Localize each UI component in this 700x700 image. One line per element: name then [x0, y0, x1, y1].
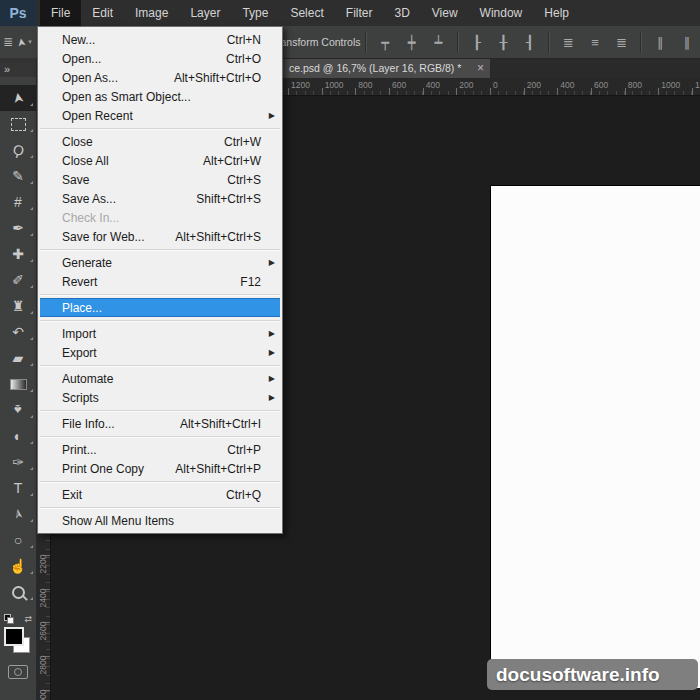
- menu-item-print-one-copy[interactable]: Print One CopyAlt+Shift+Ctrl+P: [38, 459, 282, 478]
- type-tool[interactable]: T: [0, 475, 36, 501]
- ruler-label: 400: [426, 80, 440, 90]
- ruler-label: 200: [527, 80, 541, 90]
- align-top-edges-icon[interactable]: ┯: [374, 32, 397, 52]
- gradient-tool[interactable]: [0, 371, 36, 397]
- ruler-label: 1000: [325, 80, 344, 90]
- ruler-tick: [658, 88, 659, 95]
- ellipse-tool[interactable]: ○: [0, 527, 36, 553]
- menu-item-place[interactable]: Place...: [40, 298, 280, 317]
- menubar-item-type[interactable]: Type: [231, 0, 279, 26]
- ruler-tick: [625, 88, 626, 95]
- blur-tool-icon: ♠: [14, 403, 21, 417]
- align-right-edges-icon[interactable]: ┨: [519, 32, 542, 52]
- menu-item-revert[interactable]: RevertF12: [38, 272, 282, 291]
- dodge-tool[interactable]: ◐: [0, 423, 36, 449]
- ruler-label: 1200: [291, 80, 310, 90]
- eyedropper-tool[interactable]: ✒: [0, 215, 36, 241]
- menu-item-show-all-menu-items[interactable]: Show All Menu Items: [38, 511, 282, 530]
- brush-tool[interactable]: ✐: [0, 267, 36, 293]
- menubar-item-window[interactable]: Window: [469, 0, 534, 26]
- menu-item-label: Exit: [62, 488, 226, 502]
- distribute-vertical-centers-icon[interactable]: ≡: [584, 32, 607, 52]
- menu-item-label: Open As...: [62, 71, 174, 85]
- menu-item-shortcut: Alt+Shift+Ctrl+P: [175, 462, 261, 476]
- menubar-item-edit[interactable]: Edit: [81, 0, 124, 26]
- default-colors-icon[interactable]: [4, 614, 14, 624]
- menu-item-generate[interactable]: Generate▶: [38, 253, 282, 272]
- menubar-item-view[interactable]: View: [421, 0, 469, 26]
- menu-item-label: Check In...: [62, 211, 282, 225]
- pen-tool[interactable]: ✑: [0, 449, 36, 475]
- menu-item-open-recent[interactable]: Open Recent▶: [38, 106, 282, 125]
- document-canvas[interactable]: [490, 185, 700, 688]
- menu-item-export[interactable]: Export▶: [38, 343, 282, 362]
- menubar-item-layer[interactable]: Layer: [179, 0, 231, 26]
- ruler-tick: [322, 88, 323, 95]
- rectangular-marquee-tool[interactable]: [0, 111, 36, 137]
- submenu-arrow-icon: ▶: [269, 258, 275, 267]
- menubar-item-help[interactable]: Help: [533, 0, 580, 26]
- watermark-text: docusoftware.info: [496, 664, 660, 686]
- distribute-top-edges-icon[interactable]: ≣: [557, 32, 580, 52]
- quick-mask-button[interactable]: [8, 665, 28, 679]
- menu-item-exit[interactable]: ExitCtrl+Q: [38, 485, 282, 504]
- rectangular-marquee-tool-icon: [11, 118, 26, 131]
- menu-item-new[interactable]: New...Ctrl+N: [38, 30, 282, 49]
- hand-tool[interactable]: ☝: [0, 553, 36, 579]
- menu-item-scripts[interactable]: Scripts▶: [38, 388, 282, 407]
- ruler-tick: [557, 88, 558, 95]
- history-brush-tool[interactable]: ↶: [0, 319, 36, 345]
- zoom-tool[interactable]: [0, 579, 36, 605]
- menubar-item-file[interactable]: File: [40, 0, 81, 26]
- menu-item-save-as[interactable]: Save As...Shift+Ctrl+S: [38, 189, 282, 208]
- menubar-item-3d[interactable]: 3D: [383, 0, 420, 26]
- blur-tool[interactable]: ♠: [0, 397, 36, 423]
- clone-stamp-tool[interactable]: ♜: [0, 293, 36, 319]
- menu-item-file-info[interactable]: File Info...Alt+Shift+Ctrl+I: [38, 414, 282, 433]
- align-bottom-edges-icon[interactable]: ┷: [427, 32, 450, 52]
- align-left-edges-icon[interactable]: ┠: [466, 32, 489, 52]
- distribute-horizontal-centers-icon[interactable]: ∥: [675, 32, 698, 52]
- menubar-item-filter[interactable]: Filter: [335, 0, 384, 26]
- eraser-tool[interactable]: ▰: [0, 345, 36, 371]
- move-tool-preset-icon[interactable]: ➤: [14, 36, 28, 47]
- menubar-item-image[interactable]: Image: [124, 0, 179, 26]
- swap-colors-icon[interactable]: ⇄: [24, 614, 32, 624]
- menu-item-close-all[interactable]: Close AllAlt+Ctrl+W: [38, 151, 282, 170]
- ruler-label: 200: [459, 80, 473, 90]
- menu-item-label: Close: [62, 135, 224, 149]
- ruler-tick: [456, 88, 457, 95]
- foreground-color-swatch[interactable]: [4, 627, 24, 646]
- menu-item-save-for-web[interactable]: Save for Web...Alt+Shift+Ctrl+S: [38, 227, 282, 246]
- crop-tool[interactable]: #: [0, 189, 36, 215]
- menu-item-automate[interactable]: Automate▶: [38, 369, 282, 388]
- options-bar-left: ≣ ➤ ▾: [0, 26, 32, 58]
- menu-item-open[interactable]: Open...Ctrl+O: [38, 49, 282, 68]
- menu-item-import[interactable]: Import▶: [38, 324, 282, 343]
- document-tab[interactable]: ce.psd @ 16,7% (Layer 16, RGB/8) * ×: [283, 58, 490, 78]
- lasso-tool[interactable]: Ϙ: [0, 137, 36, 163]
- menubar-item-select[interactable]: Select: [279, 0, 334, 26]
- align-horizontal-centers-icon[interactable]: ╂: [492, 32, 515, 52]
- menu-item-save[interactable]: SaveCtrl+S: [38, 170, 282, 189]
- menu-item-open-as-smart-object[interactable]: Open as Smart Object...: [38, 87, 282, 106]
- menu-item-shortcut: Ctrl+S: [227, 173, 261, 187]
- chevron-down-icon: ▾: [28, 38, 32, 46]
- distribute-bottom-edges-icon[interactable]: ≣: [610, 32, 633, 52]
- distribute-left-edges-icon[interactable]: ∥: [649, 32, 672, 52]
- align-vertical-centers-icon[interactable]: ┿: [401, 32, 424, 52]
- menu-item-shortcut: Ctrl+N: [227, 33, 261, 47]
- menu-item-close[interactable]: CloseCtrl+W: [38, 132, 282, 151]
- menu-item-open-as[interactable]: Open As...Alt+Shift+Ctrl+O: [38, 68, 282, 87]
- quick-selection-tool[interactable]: ✎: [0, 163, 36, 189]
- close-icon[interactable]: ×: [477, 62, 484, 74]
- ruler-label: 2800: [38, 652, 48, 678]
- menu-item-print[interactable]: Print...Ctrl+P: [38, 440, 282, 459]
- menu-separator: [40, 249, 280, 250]
- move-tool[interactable]: ➤: [0, 85, 36, 111]
- path-selection-tool[interactable]: ➢: [0, 501, 36, 527]
- collapse-panel-button[interactable]: »: [0, 63, 36, 77]
- spot-healing-brush-tool[interactable]: ✚: [0, 241, 36, 267]
- tool-presets-icon[interactable]: ≣: [3, 35, 13, 49]
- menu-separator: [40, 507, 280, 508]
